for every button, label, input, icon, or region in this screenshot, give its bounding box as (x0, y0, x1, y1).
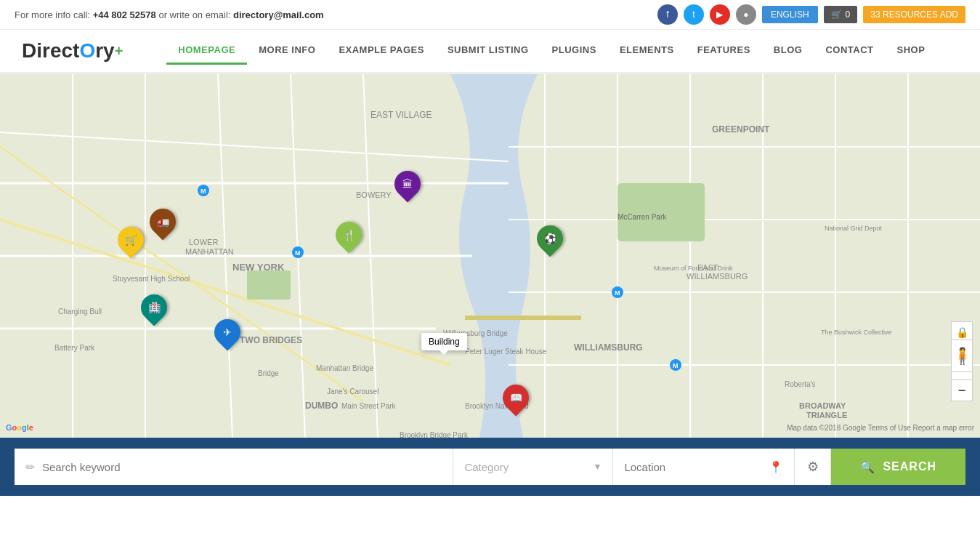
pin-book[interactable]: 📖 (503, 385, 529, 411)
building-popup: Building (421, 333, 467, 350)
contact-text: For more info call: (15, 9, 93, 20)
svg-text:NEW YORK: NEW YORK (232, 262, 285, 273)
svg-text:DUMBO: DUMBO (305, 401, 338, 411)
pin-truck[interactable]: 🚛 (150, 209, 176, 235)
topbar-right: f t ▶ ● ENGLISH 🛒 0 33 RESOURCES ADD (657, 4, 965, 25)
lock-icon: 🔒 (956, 326, 968, 338)
svg-text:EAST VILLAGE: EAST VILLAGE (370, 110, 432, 120)
main-nav: HOMEPAGE MORE INFO EXAMPLE PAGES SUBMIT … (166, 37, 936, 65)
nav-submit-listing[interactable]: SUBMIT LISTING (436, 37, 540, 65)
svg-text:M: M (615, 289, 620, 297)
or-text: or write on email: (158, 9, 233, 20)
website-icon[interactable]: ● (736, 4, 756, 25)
keyword-input-wrap: ✏ (15, 449, 453, 485)
chevron-down-icon: ▼ (594, 462, 602, 472)
svg-text:WILLIAMSBURG: WILLIAMSBURG (687, 272, 748, 281)
topbar-contact: For more info call: +44 802 52578 or wri… (15, 9, 324, 20)
pin-medical[interactable]: 🏥 (141, 294, 167, 321)
nav-plugins[interactable]: PLUGINS (540, 37, 608, 65)
gear-icon: ⚙ (807, 459, 819, 475)
logo-plus-icon: + (115, 43, 123, 60)
nav-example-pages[interactable]: EXAMPLE PAGES (327, 37, 436, 65)
map-footer-text: Map data ©2018 Google Terms of Use Repor… (787, 424, 974, 432)
svg-text:Brooklyn Bridge Park: Brooklyn Bridge Park (400, 431, 469, 438)
logo-text-ry: ry (95, 39, 114, 63)
pin-museum[interactable]: 🏛 (394, 171, 421, 197)
soccer-pin-icon: ⚽ (544, 233, 556, 244)
logo-globe-icon: O (79, 39, 95, 63)
svg-text:TWO BRIDGES: TWO BRIDGES (240, 335, 302, 345)
twitter-icon[interactable]: t (684, 4, 704, 25)
svg-text:Charging Bull: Charging Bull (58, 308, 102, 316)
svg-text:TRIANGLE: TRIANGLE (806, 411, 847, 419)
nav-blog[interactable]: BLOG (762, 37, 814, 65)
search-button-icon: 🔍 (860, 460, 875, 474)
keyword-input[interactable] (42, 461, 442, 473)
google-text: Google (6, 423, 33, 432)
svg-text:Museum of Food and Drink: Museum of Food and Drink (654, 265, 733, 272)
book-pin-icon: 📖 (510, 392, 522, 404)
pin-food[interactable]: 🍴 (336, 222, 362, 248)
google-logo: Google (6, 423, 33, 432)
logo[interactable]: DirectOry+ (22, 39, 123, 63)
svg-text:The Bushwick Collective: The Bushwick Collective (821, 329, 892, 336)
svg-text:Roberta's: Roberta's (785, 380, 816, 388)
svg-text:M: M (201, 188, 206, 195)
add-text: ADD (940, 9, 958, 20)
email-link[interactable]: directory@mail.com (233, 9, 324, 20)
svg-text:GREENPOINT: GREENPOINT (712, 124, 770, 135)
nav-elements[interactable]: ELEMENTS (608, 37, 686, 65)
svg-rect-25 (247, 270, 291, 300)
svg-text:Main Street Park: Main Street Park (341, 402, 396, 410)
nav-homepage[interactable]: HOMEPAGE (166, 37, 247, 65)
svg-text:Stuyvesant High School: Stuyvesant High School (113, 275, 190, 283)
zoom-out-button[interactable]: − (951, 380, 973, 401)
category-select-wrap: Category Food Shopping Hotels Sports Edu… (453, 449, 613, 485)
map-footer: Map data ©2018 Google Terms of Use Repor… (787, 424, 974, 432)
svg-text:WILLIAMSBURG: WILLIAMSBURG (574, 342, 643, 353)
category-select[interactable]: Category Food Shopping Hotels Sports Edu… (464, 461, 589, 473)
youtube-icon[interactable]: ▶ (710, 4, 730, 25)
pin-plane[interactable]: ✈ (214, 319, 240, 345)
svg-rect-24 (617, 183, 705, 241)
svg-text:M: M (295, 249, 301, 257)
nav-contact[interactable]: CONTACT (814, 37, 885, 65)
svg-text:M: M (673, 362, 679, 369)
phone-link[interactable]: +44 802 52578 (93, 9, 156, 20)
location-icon: 📍 (769, 460, 783, 474)
location-input[interactable] (624, 461, 765, 473)
shopping-pin-icon: 🛒 (125, 234, 137, 246)
cart-icon: 🛒 (831, 9, 842, 20)
pin-soccer[interactable]: ⚽ (537, 225, 563, 252)
pin-shopping[interactable]: 🛒 (118, 227, 144, 253)
svg-text:MANHATTAN: MANHATTAN (185, 247, 234, 256)
settings-button[interactable]: ⚙ (795, 449, 831, 485)
pencil-icon: ✏ (25, 460, 35, 474)
location-input-wrap: 📍 (613, 449, 795, 485)
nav-more-info[interactable]: MORE INFO (247, 37, 327, 65)
svg-text:Bridge: Bridge (258, 369, 279, 377)
resources-button[interactable]: 33 RESOURCES ADD (863, 6, 965, 23)
resources-label: 33 RESOURCES (870, 9, 938, 20)
svg-text:BROADWAY: BROADWAY (799, 401, 846, 410)
search-button-label: SEARCH (883, 460, 936, 473)
cart-button[interactable]: 🛒 0 (824, 6, 858, 23)
logo-text-dir: Direct (22, 39, 79, 63)
svg-text:Manhattan Bridge: Manhattan Bridge (316, 364, 373, 372)
language-button[interactable]: ENGLISH (762, 6, 818, 23)
person-icon: 🧍 (952, 347, 972, 366)
search-button[interactable]: 🔍 SEARCH (831, 449, 965, 485)
svg-text:Peter Luger Steak House: Peter Luger Steak House (465, 348, 547, 356)
svg-text:BOWERY: BOWERY (356, 190, 392, 199)
building-popup-text: Building (429, 337, 460, 347)
food-pin-icon: 🍴 (343, 229, 355, 241)
nav-features[interactable]: FEATURES (686, 37, 762, 65)
svg-text:Jane's Carousel: Jane's Carousel (327, 388, 378, 396)
map-area[interactable]: NEW YORK LOWER MANHATTAN Stuyvesant High… (0, 74, 980, 438)
street-view-control[interactable]: 🧍 (951, 340, 973, 372)
topbar: For more info call: +44 802 52578 or wri… (0, 0, 980, 30)
facebook-icon[interactable]: f (657, 4, 678, 25)
svg-text:McCarren Park: McCarren Park (617, 213, 667, 221)
museum-pin-icon: 🏛 (402, 178, 413, 190)
nav-shop[interactable]: SHOP (885, 37, 936, 65)
